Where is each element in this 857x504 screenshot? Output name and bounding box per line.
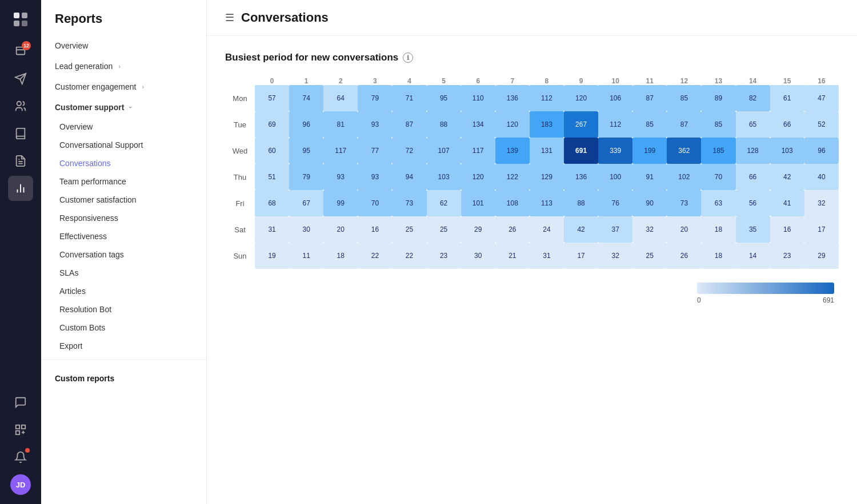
heat-cell-sun-10: 32: [598, 243, 632, 269]
svg-rect-11: [22, 425, 25, 429]
heat-cell-wed-9: 691: [564, 138, 598, 164]
info-icon[interactable]: ℹ: [403, 53, 413, 63]
heat-cell-mon-8: 112: [530, 85, 564, 111]
heat-cell-wed-15: 103: [770, 138, 804, 164]
heatmap-row-thu: Thu5179939394103120122129136100911027066…: [225, 164, 839, 190]
svg-rect-3: [22, 21, 27, 26]
main-body: Busiest period for new conversations ℹ 0…: [207, 36, 857, 320]
sidebar-subitem-0[interactable]: Overview: [41, 118, 206, 136]
send-icon[interactable]: [8, 66, 33, 91]
heatmap-row-sat: Sat3130201625252926244237322018351617: [225, 216, 839, 243]
hour-label-4: 4: [392, 77, 426, 85]
heat-cell-sun-1: 11: [289, 243, 323, 269]
chat-icon[interactable]: [8, 390, 33, 415]
heat-cell-wed-14: 128: [736, 138, 770, 164]
heat-cell-mon-13: 89: [701, 85, 735, 111]
heat-cell-sat-9: 42: [564, 216, 598, 243]
hour-label-1: 1: [289, 77, 323, 85]
heat-cell-wed-0: 60: [255, 138, 289, 164]
heat-cell-wed-6: 117: [461, 138, 495, 164]
heat-cell-sat-16: 17: [804, 216, 839, 243]
heat-cell-fri-9: 88: [564, 190, 598, 216]
heat-cell-sat-4: 25: [392, 216, 426, 243]
heat-cell-fri-0: 68: [255, 190, 289, 216]
heat-cell-thu-4: 94: [392, 164, 426, 190]
sidebar-subitem-6[interactable]: Effectiveness: [41, 227, 206, 245]
apps-icon[interactable]: [8, 417, 33, 442]
heat-cell-mon-16: 47: [804, 85, 839, 111]
heat-cell-thu-16: 40: [804, 164, 839, 190]
heat-cell-fri-1: 67: [289, 190, 323, 216]
heatmap-table: 012345678910111213141516Mon5774647971951…: [225, 77, 839, 269]
heat-cell-mon-10: 106: [598, 85, 632, 111]
team-icon[interactable]: [8, 94, 33, 119]
sidebar-subitem-5[interactable]: Responsiveness: [41, 209, 206, 227]
heat-cell-thu-8: 129: [530, 164, 564, 190]
sidebar-item-overview[interactable]: Overview: [41, 35, 206, 56]
sidebar-item-lead-generation[interactable]: Lead generation ›: [41, 56, 206, 76]
heat-cell-thu-2: 93: [323, 164, 358, 190]
heat-cell-sun-0: 19: [255, 243, 289, 269]
heat-cell-sun-9: 17: [564, 243, 598, 269]
heat-cell-fri-6: 101: [461, 190, 495, 216]
heat-cell-tue-3: 93: [358, 111, 392, 138]
heat-cell-fri-3: 70: [358, 190, 392, 216]
sidebar-subitem-2[interactable]: Conversations: [41, 154, 206, 172]
hour-label-11: 11: [632, 77, 667, 85]
heat-cell-mon-3: 79: [358, 85, 392, 111]
sidebar-subitem-11[interactable]: Custom Bots: [41, 318, 206, 337]
sidebar-subitem-8[interactable]: SLAs: [41, 264, 206, 282]
sidebar-title: Reports: [41, 0, 206, 35]
lead-generation-chevron: ›: [118, 63, 121, 70]
sidebar-subitem-10[interactable]: Resolution Bot: [41, 300, 206, 318]
hamburger-icon[interactable]: ☰: [225, 11, 234, 24]
sidebar-item-customer-engagement[interactable]: Customer engagement ›: [41, 76, 206, 97]
customer-engagement-label: Customer engagement: [55, 82, 136, 91]
sidebar-subitem-1[interactable]: Conversational Support: [41, 136, 206, 154]
heat-cell-sun-11: 25: [632, 243, 667, 269]
subitems-container: OverviewConversational SupportConversati…: [41, 118, 206, 355]
custom-reports-label: Custom reports: [41, 365, 206, 388]
heatmap-container: 012345678910111213141516Mon5774647971951…: [225, 77, 839, 269]
heat-cell-mon-11: 87: [632, 85, 667, 111]
sidebar-subitem-9[interactable]: Articles: [41, 282, 206, 300]
heat-cell-sat-5: 25: [427, 216, 461, 243]
logo-icon[interactable]: [8, 7, 33, 32]
lead-generation-label: Lead generation: [55, 62, 113, 71]
heat-cell-sat-12: 20: [667, 216, 701, 243]
section-title-text: Busiest period for new conversations: [225, 52, 398, 63]
sidebar-item-customer-support[interactable]: Customer support ›: [41, 97, 206, 118]
inbox-icon[interactable]: 12: [8, 39, 33, 64]
legend-min: 0: [697, 296, 701, 304]
heat-cell-fri-8: 113: [530, 190, 564, 216]
heat-cell-wed-13: 185: [701, 138, 735, 164]
compose-icon[interactable]: [8, 148, 33, 174]
day-label-sun: Sun: [225, 243, 255, 269]
heat-cell-sun-13: 18: [701, 243, 735, 269]
heat-cell-wed-10: 339: [598, 138, 632, 164]
heat-cell-sun-5: 23: [427, 243, 461, 269]
heat-cell-thu-12: 102: [667, 164, 701, 190]
sidebar-nav: Overview Lead generation › Customer enga…: [41, 35, 206, 504]
sidebar-subitem-12[interactable]: Export: [41, 337, 206, 355]
sidebar-subitem-4[interactable]: Customer satisfaction: [41, 191, 206, 209]
heat-cell-thu-3: 93: [358, 164, 392, 190]
heatmap-row-wed: Wed6095117777210711713913169133919936218…: [225, 138, 839, 164]
heat-cell-thu-1: 79: [289, 164, 323, 190]
avatar[interactable]: JD: [8, 472, 33, 497]
heat-cell-sun-12: 26: [667, 243, 701, 269]
main-header: ☰ Conversations: [207, 0, 857, 36]
sidebar-subitem-7[interactable]: Conversation tags: [41, 245, 206, 264]
hour-label-7: 7: [495, 77, 530, 85]
heat-cell-thu-9: 136: [564, 164, 598, 190]
reports-icon[interactable]: [8, 176, 33, 201]
heat-cell-thu-0: 51: [255, 164, 289, 190]
book-icon[interactable]: [8, 121, 33, 146]
svg-rect-12: [16, 431, 19, 434]
day-label-tue: Tue: [225, 111, 255, 138]
heat-cell-sat-10: 37: [598, 216, 632, 243]
heat-cell-fri-12: 73: [667, 190, 701, 216]
sidebar-subitem-3[interactable]: Team performance: [41, 172, 206, 191]
heat-cell-fri-11: 90: [632, 190, 667, 216]
notification-icon[interactable]: [8, 445, 33, 470]
